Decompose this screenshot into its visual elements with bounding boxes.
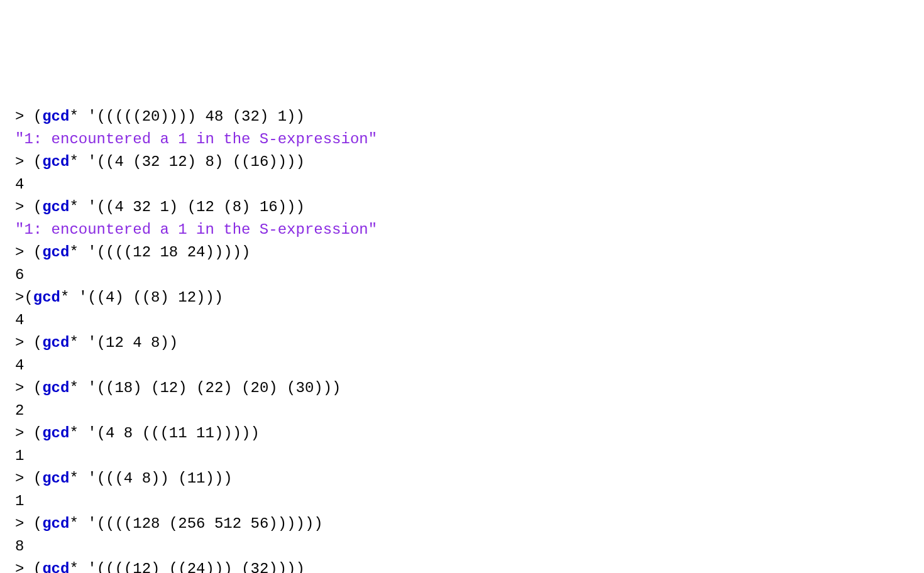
repl-line: > (gcd* '(((4 8)) (11))) [15, 467, 909, 490]
prompt-prefix: > ( [15, 244, 42, 261]
repl-output: > (gcd* '(((((20)))) 48 (32) 1))"1: enco… [15, 106, 909, 573]
repl-line: > (gcd* '(12 4 8)) [15, 332, 909, 354]
repl-line: > (gcd* '((((12 18 24))))) [15, 241, 909, 264]
numeric-output: 2 [15, 402, 24, 419]
input-suffix: * '((4 32 1) (12 (8) 16))) [69, 199, 304, 216]
repl-line: 2 [15, 400, 909, 422]
prompt-prefix: > ( [15, 379, 42, 396]
repl-line: > (gcd* '((4 (32 12) 8) ((16)))) [15, 151, 909, 173]
repl-line: > (gcd* '((18) (12) (22) (20) (30))) [15, 377, 909, 400]
prompt-prefix: > ( [15, 153, 42, 170]
prompt-prefix: >( [15, 289, 33, 306]
function-name: gcd [42, 108, 69, 125]
string-output: "1: encountered a 1 in the S-expression" [15, 221, 377, 238]
input-suffix: * '((((12 18 24))))) [69, 244, 250, 261]
repl-line: "1: encountered a 1 in the S-expression" [15, 219, 909, 241]
numeric-output: 4 [15, 312, 24, 329]
numeric-output: 4 [15, 176, 24, 193]
function-name: gcd [42, 379, 69, 396]
repl-line: >(gcd* '((4) ((8) 12))) [15, 286, 909, 309]
repl-line: 1 [15, 445, 909, 467]
prompt-prefix: > ( [15, 334, 42, 351]
numeric-output: 1 [15, 493, 24, 510]
prompt-prefix: > ( [15, 515, 42, 532]
function-name: gcd [42, 560, 69, 573]
function-name: gcd [42, 470, 69, 487]
numeric-output: 8 [15, 538, 24, 555]
function-name: gcd [42, 153, 69, 170]
function-name: gcd [42, 244, 69, 261]
prompt-prefix: > ( [15, 425, 42, 442]
function-name: gcd [42, 199, 69, 216]
prompt-prefix: > ( [15, 199, 42, 216]
input-suffix: * '((((128 (256 512 56)))))) [69, 515, 322, 532]
function-name: gcd [33, 289, 60, 306]
repl-line: 4 [15, 309, 909, 332]
repl-line: 6 [15, 264, 909, 286]
numeric-output: 1 [15, 447, 24, 464]
repl-line: > (gcd* '((((128 (256 512 56)))))) [15, 513, 909, 535]
repl-line: "1: encountered a 1 in the S-expression" [15, 128, 909, 151]
numeric-output: 4 [15, 357, 24, 374]
function-name: gcd [42, 334, 69, 351]
repl-line: > (gcd* '((((12) ((24))) (32)))) [15, 558, 909, 573]
prompt-prefix: > ( [15, 470, 42, 487]
input-suffix: * '(((4 8)) (11))) [69, 470, 232, 487]
prompt-prefix: > ( [15, 108, 42, 125]
input-suffix: * '((4 (32 12) 8) ((16)))) [69, 153, 304, 170]
prompt-prefix: > ( [15, 560, 42, 573]
input-suffix: * '((((12) ((24))) (32)))) [69, 560, 304, 573]
input-suffix: * '((18) (12) (22) (20) (30))) [69, 379, 341, 396]
repl-line: 8 [15, 535, 909, 558]
repl-line: 1 [15, 490, 909, 513]
input-suffix: * '((4) ((8) 12))) [60, 289, 223, 306]
repl-line: > (gcd* '(4 8 (((11 11))))) [15, 422, 909, 445]
input-suffix: * '(((((20)))) 48 (32) 1)) [69, 108, 304, 125]
repl-line: > (gcd* '((4 32 1) (12 (8) 16))) [15, 196, 909, 219]
numeric-output: 6 [15, 266, 24, 283]
input-suffix: * '(12 4 8)) [69, 334, 178, 351]
string-output: "1: encountered a 1 in the S-expression" [15, 131, 377, 148]
input-suffix: * '(4 8 (((11 11))))) [69, 425, 259, 442]
repl-line: > (gcd* '(((((20)))) 48 (32) 1)) [15, 106, 909, 128]
repl-line: 4 [15, 354, 909, 377]
repl-line: 4 [15, 173, 909, 196]
function-name: gcd [42, 425, 69, 442]
function-name: gcd [42, 515, 69, 532]
